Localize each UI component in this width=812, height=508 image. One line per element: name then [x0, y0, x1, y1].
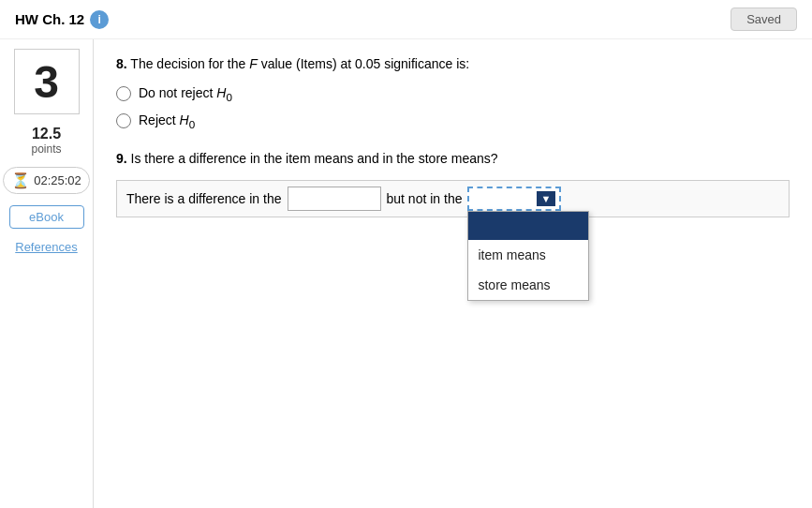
- q9-dropdown-menu: item means store means: [467, 211, 589, 301]
- references-button[interactable]: References: [15, 240, 77, 254]
- dropdown-arrow-icon: ▼: [537, 191, 556, 206]
- q9-sentence-prefix: There is a difference in the: [126, 191, 282, 206]
- q8-option1: Do not reject H0: [116, 85, 790, 103]
- main-content: 8. The decision for the F value (Items) …: [94, 39, 812, 508]
- dropdown-item-item-means[interactable]: item means: [468, 240, 588, 270]
- dropdown-item-store-means[interactable]: store means: [468, 270, 588, 300]
- timer-box: ⏳ 02:25:02: [3, 167, 90, 194]
- question-9-block: 9. Is there a difference in the item mea…: [116, 149, 790, 217]
- q9-dropdown-wrapper: ▼ item means store means: [467, 187, 561, 211]
- q9-dropdown-trigger[interactable]: ▼: [467, 187, 561, 211]
- q8-option2-label: Reject H0: [139, 112, 195, 130]
- q8-text: 8. The decision for the F value (Items) …: [116, 54, 790, 74]
- question-8-block: 8. The decision for the F value (Items) …: [116, 54, 790, 130]
- q9-sentence: There is a difference in the but not in …: [116, 180, 790, 217]
- top-bar: HW Ch. 12 i Saved: [0, 0, 812, 39]
- q9-number: 9.: [116, 151, 127, 166]
- q9-text: 9. Is there a difference in the item mea…: [116, 149, 790, 169]
- points-value: 12.5: [31, 126, 61, 142]
- q8-number: 8.: [116, 56, 127, 71]
- hw-title: HW Ch. 12: [15, 11, 84, 27]
- top-bar-left: HW Ch. 12 i: [15, 10, 109, 29]
- saved-button: Saved: [731, 7, 797, 31]
- q9-question: Is there a difference in the item means …: [131, 151, 498, 166]
- ebook-button[interactable]: eBook: [9, 205, 84, 229]
- points-section: 12.5 points: [31, 126, 61, 156]
- q8-text-before: The decision for the F value (Items) at …: [130, 56, 469, 71]
- timer-display: 02:25:02: [34, 173, 81, 187]
- q8-option2: Reject H0: [116, 112, 790, 130]
- q8-option1-label: Do not reject H0: [139, 85, 232, 103]
- sidebar: 3 12.5 points ⏳ 02:25:02 eBook Reference…: [0, 39, 94, 508]
- question-number: 3: [34, 56, 59, 108]
- layout: 3 12.5 points ⏳ 02:25:02 eBook Reference…: [0, 39, 812, 508]
- q8-radio-option2[interactable]: [116, 113, 131, 128]
- timer-icon: ⏳: [11, 172, 30, 189]
- dropdown-selected-bar: [468, 212, 588, 240]
- q8-radio-option1[interactable]: [116, 86, 131, 101]
- question-number-box: 3: [14, 49, 80, 114]
- info-icon[interactable]: i: [90, 10, 109, 29]
- points-label: points: [31, 142, 61, 156]
- q9-text-input[interactable]: [288, 187, 381, 211]
- q9-sentence-middle: but not in the: [387, 191, 463, 206]
